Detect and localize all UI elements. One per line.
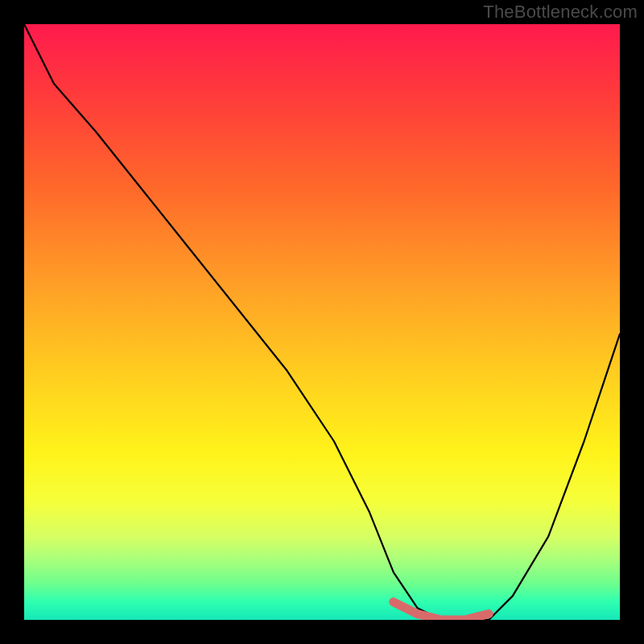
watermark-text: TheBottleneck.com xyxy=(483,2,638,23)
optimal-range-highlight xyxy=(394,602,489,620)
bottleneck-curve xyxy=(24,24,620,620)
chart-frame: TheBottleneck.com xyxy=(0,0,644,644)
plot-area xyxy=(24,24,620,620)
curve-svg xyxy=(24,24,620,620)
